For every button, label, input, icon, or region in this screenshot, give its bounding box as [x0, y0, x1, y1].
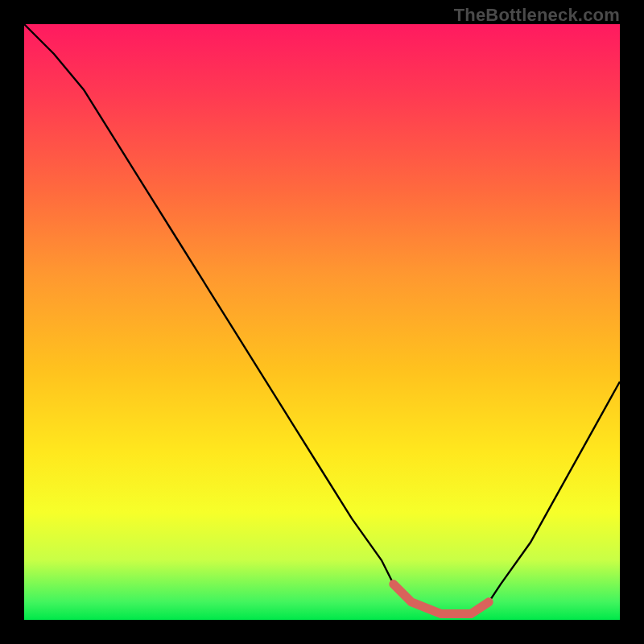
chart-frame: TheBottleneck.com [0, 0, 644, 644]
curve-layer [24, 24, 620, 620]
highlight-band [394, 584, 489, 614]
bottleneck-curve [24, 24, 620, 614]
watermark-text: TheBottleneck.com [454, 5, 620, 26]
